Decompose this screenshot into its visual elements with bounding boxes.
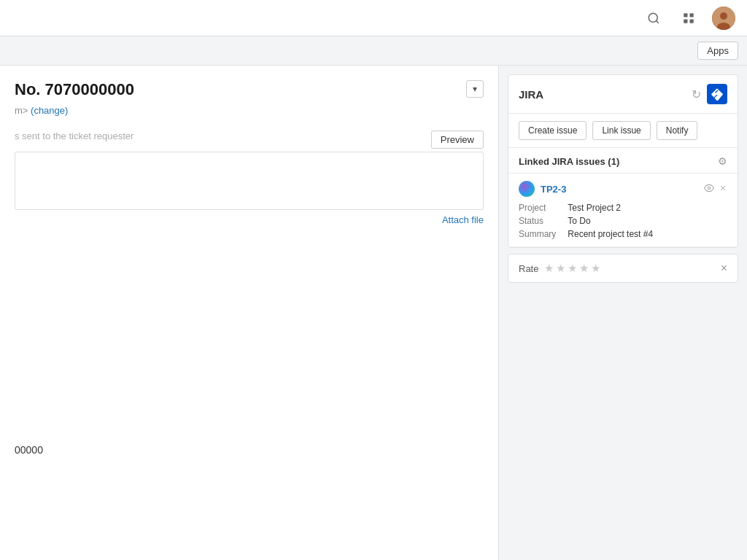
issue-item-header: TP2-3 [519,181,727,197]
linked-issues-header: Linked JIRA issues (1) ⚙ [508,148,738,174]
jira-card: JIRA ↻ Create issue Link issue Notify Li… [508,74,738,248]
issue-actions [704,183,727,195]
project-value: Test Project 2 [568,203,727,213]
stars[interactable]: ★ ★ ★ ★ ★ [544,262,600,275]
change-link[interactable]: (change) [31,105,68,116]
main-container: No. 7070000000 ▾ m> (change) Preview s s… [0,66,747,560]
star-5[interactable]: ★ [591,262,600,275]
ticket-title: No. 7070000000 [15,80,134,99]
eye-icon[interactable] [704,183,714,195]
star-2[interactable]: ★ [556,262,565,275]
jira-header: JIRA ↻ [508,75,738,114]
star-3[interactable]: ★ [568,262,577,275]
issue-item: TP2-3 [508,174,738,247]
issue-id[interactable]: TP2-3 [541,184,566,195]
unlink-icon[interactable] [719,184,727,195]
ticket-number-bottom: 00000 [15,444,484,456]
reply-section: Preview s sent to the ticket requester A… [15,131,484,225]
svg-rect-2 [684,13,687,17]
left-panel: No. 7070000000 ▾ m> (change) Preview s s… [0,66,499,560]
ticket-dropdown-button[interactable]: ▾ [466,80,484,98]
svg-rect-5 [690,19,694,23]
status-value: To Do [568,216,727,226]
rate-left: Rate ★ ★ ★ ★ ★ [519,262,600,275]
refresh-icon[interactable]: ↻ [692,88,701,101]
attach-file-link[interactable]: Attach file [15,214,484,225]
issue-details: Project Test Project 2 Status To Do Summ… [519,203,727,239]
reply-textarea[interactable] [15,152,484,210]
right-panel: JIRA ↻ Create issue Link issue Notify Li… [499,66,747,560]
jira-logo [707,84,727,104]
notify-button[interactable]: Notify [657,121,698,140]
ticket-header: No. 7070000000 ▾ [15,80,484,99]
issue-avatar [519,181,535,197]
link-issue-button[interactable]: Link issue [592,121,650,140]
summary-label: Summary [519,229,556,239]
linked-issues-title: Linked JIRA issues (1) [519,156,619,167]
gear-icon[interactable]: ⚙ [718,155,727,167]
summary-value: Recent project test #4 [568,229,727,239]
avatar[interactable] [712,7,735,30]
top-nav [0,0,747,36]
rate-section: Rate ★ ★ ★ ★ ★ × [508,254,738,283]
jira-actions: Create issue Link issue Notify [508,114,738,148]
rate-close-icon[interactable]: × [721,262,727,275]
create-issue-button[interactable]: Create issue [519,121,587,140]
jira-title: JIRA [519,88,543,101]
reply-note: s sent to the ticket requester [15,131,484,141]
search-icon[interactable] [642,7,665,30]
apps-bar: Apps [0,36,747,66]
preview-button[interactable]: Preview [431,131,484,149]
star-1[interactable]: ★ [544,262,554,275]
ticket-meta: m> (change) [15,105,484,116]
apps-button[interactable]: Apps [697,42,738,60]
issue-id-row: TP2-3 [519,181,566,197]
status-label: Status [519,216,556,226]
grid-icon[interactable] [677,7,700,30]
svg-line-1 [656,20,658,23]
star-4[interactable]: ★ [579,262,589,275]
rate-label: Rate [519,263,538,274]
svg-rect-3 [690,13,694,17]
svg-point-0 [649,13,657,22]
project-label: Project [519,203,556,213]
svg-point-9 [708,187,711,190]
svg-rect-4 [684,19,687,23]
svg-point-7 [720,12,727,20]
